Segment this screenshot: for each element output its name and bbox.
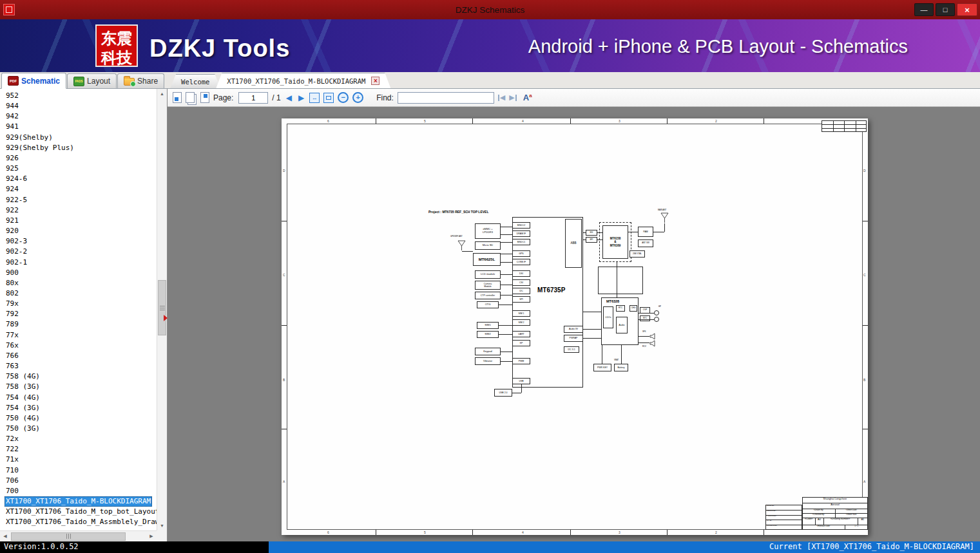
list-item[interactable]: 71x xyxy=(5,455,20,465)
list-item[interactable]: 72x xyxy=(5,434,20,444)
tab-share[interactable]: Share xyxy=(117,73,164,88)
copy-page-icon[interactable] xyxy=(186,92,195,103)
list-item[interactable]: 920 xyxy=(5,226,20,236)
list-item[interactable]: 706 xyxy=(5,476,20,486)
list-item[interactable]: 80x xyxy=(5,278,20,288)
list-item[interactable]: 789 xyxy=(5,319,20,330)
schematic-viewer[interactable]: eMMC + LPDDR3Micro SDMT6625LLCD moduleCa… xyxy=(168,107,980,541)
list-item[interactable]: 792 xyxy=(5,309,20,319)
schematic-wire xyxy=(501,262,512,263)
horizontal-scrollbar[interactable]: ◀ ▶ xyxy=(0,530,157,541)
list-item[interactable]: 76x xyxy=(5,341,20,351)
list-item[interactable]: 750 (4G) xyxy=(5,413,41,424)
app-window: DZKJ Schematics — □ × 东震 科技 DZKJ Tools A… xyxy=(0,0,980,553)
snapshot-icon[interactable] xyxy=(200,92,209,103)
page-input[interactable] xyxy=(238,92,268,104)
fit-page-icon[interactable] xyxy=(323,93,334,103)
list-item[interactable]: 902-1 xyxy=(5,258,28,268)
schematic-wire xyxy=(501,285,512,285)
current-file-label: Current [XT1700_XT1706_Taido_M-BLOCKDIAG… xyxy=(269,541,980,553)
previous-page-icon[interactable]: ◀ xyxy=(285,93,293,102)
scroll-right-icon[interactable]: ▶ xyxy=(146,531,157,541)
tab-welcome[interactable]: Welcome xyxy=(170,74,220,88)
find-next-icon[interactable]: ▶ xyxy=(509,93,516,102)
list-item[interactable]: 952 xyxy=(5,91,20,101)
find-input[interactable] xyxy=(398,92,494,104)
list-item[interactable]: 921 xyxy=(5,216,20,226)
open-page-icon[interactable] xyxy=(173,92,182,103)
list-item[interactable]: 929(Shelby Plus) xyxy=(5,143,75,153)
list-item[interactable]: 750 (3G) xyxy=(5,424,41,434)
schematic-block: MT6158 & MT6169 xyxy=(602,225,628,259)
schematic-block: PAM xyxy=(638,227,653,237)
minimize-button[interactable]: — xyxy=(914,3,934,16)
list-item[interactable]: 802 xyxy=(5,288,20,299)
list-item[interactable]: 79x xyxy=(5,299,20,309)
sheet-zone-number: 6 xyxy=(327,530,329,534)
schematic-block: LCD module xyxy=(475,270,501,279)
scroll-up-icon[interactable]: ▲ xyxy=(157,89,167,98)
schematic-label: MAIN ANT xyxy=(658,209,666,211)
next-page-icon[interactable]: ▶ xyxy=(297,93,305,102)
scroll-left-icon[interactable]: ◀ xyxy=(0,531,10,541)
list-item[interactable]: 942 xyxy=(5,111,20,122)
match-case-icon[interactable]: Aa xyxy=(523,93,532,102)
zoom-in-icon[interactable]: + xyxy=(352,92,363,103)
antenna-icon xyxy=(660,212,669,223)
list-item[interactable]: 922 xyxy=(5,205,20,216)
approval-table-cell: <Checked By: xyxy=(766,511,776,512)
tab-blockdiagram[interactable]: XT1700_XT1706_Taido_M-BLOCKDIAGRAM × xyxy=(216,73,390,88)
schematic-block: Battery xyxy=(614,364,628,371)
find-previous-icon[interactable]: ◀ xyxy=(498,93,505,102)
sheet-tick xyxy=(863,325,868,326)
list-item[interactable]: 710 xyxy=(5,465,20,476)
list-item[interactable]: 926 xyxy=(5,153,20,164)
list-item[interactable]: 900 xyxy=(5,268,20,278)
tab-layout[interactable]: PADS Layout xyxy=(67,73,117,88)
close-tab-icon[interactable]: × xyxy=(371,77,380,85)
schematic-wire xyxy=(583,338,601,339)
tab-schematic[interactable]: PDF Schematic xyxy=(1,73,66,89)
list-item[interactable]: 763 xyxy=(5,361,20,371)
list-item[interactable]: XT1700_XT1706_Taido_M_top_bot_Layout xyxy=(5,507,157,517)
list-item[interactable]: 902-3 xyxy=(5,236,28,247)
vertical-scrollbar-thumb[interactable] xyxy=(158,280,166,335)
list-item[interactable]: 766 xyxy=(5,351,20,361)
list-item[interactable]: 929(Shelby) xyxy=(5,133,54,143)
list-item[interactable]: 700 xyxy=(5,486,20,496)
list-item[interactable]: 925 xyxy=(5,164,20,174)
list-item[interactable]: 924-6 xyxy=(5,174,28,184)
list-item[interactable]: 754 (3G) xyxy=(5,403,41,413)
schematic-label: SPK xyxy=(642,331,646,333)
schematic-block: PWR KEY xyxy=(593,364,611,371)
list-item[interactable]: 754 (4G) xyxy=(5,393,41,403)
splitter-collapse-icon[interactable] xyxy=(164,315,168,321)
schematic-block: SIM2 xyxy=(477,331,499,338)
list-item[interactable]: 902-2 xyxy=(5,247,28,257)
sheet-tick xyxy=(472,530,473,535)
model-list: 952944942941929(Shelby)929(Shelby Plus)9… xyxy=(0,89,157,530)
list-item[interactable]: XT1700_XT1706_Taido_M-BLOCKDIAGRAM xyxy=(5,496,152,507)
list-item[interactable]: 922-5 xyxy=(5,195,28,205)
list-item[interactable]: 758 (4G) xyxy=(5,371,41,382)
list-item[interactable]: 758 (3G) xyxy=(5,382,41,392)
fit-width-icon[interactable]: ↔ xyxy=(309,93,320,103)
zoom-out-icon[interactable]: − xyxy=(338,92,349,103)
list-item[interactable]: 722 xyxy=(5,444,20,455)
list-item[interactable]: XT1700_XT1706_Taido_M_Assmblely_Drawing xyxy=(5,517,157,527)
list-item[interactable]: 924 xyxy=(5,184,20,194)
schematic-wire xyxy=(521,384,522,393)
fit-page-inner xyxy=(326,96,331,100)
list-item[interactable]: 944 xyxy=(5,101,20,111)
schematic-block: Micro SD xyxy=(475,241,501,250)
list-item[interactable]: 941 xyxy=(5,122,20,132)
maximize-button[interactable]: □ xyxy=(936,3,955,16)
list-item[interactable]: 77x xyxy=(5,330,20,341)
close-button[interactable]: × xyxy=(957,3,977,16)
scroll-down-icon[interactable]: ▼ xyxy=(157,521,167,530)
vertical-scrollbar[interactable]: ▲ ▼ xyxy=(157,89,167,530)
app-banner: 东震 科技 DZKJ Tools Android + iPhone & PCB … xyxy=(0,19,980,72)
horizontal-scrollbar-thumb[interactable] xyxy=(11,532,126,541)
schematic-wire xyxy=(499,325,512,326)
schematic-wire xyxy=(621,345,622,364)
